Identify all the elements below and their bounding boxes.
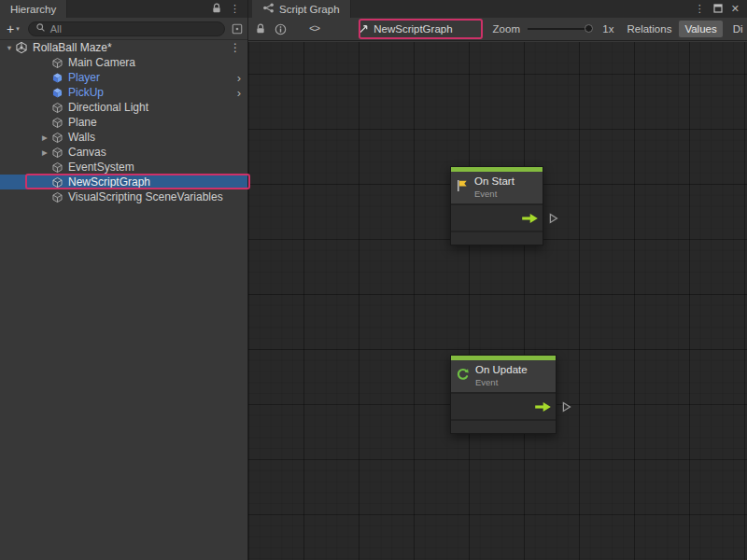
prefab-open-chevron-icon[interactable]: › (237, 71, 247, 85)
hierarchy-item-canvas[interactable]: ▶ Canvas (0, 145, 247, 160)
tab-script-graph-label: Script Graph (279, 4, 340, 15)
hierarchy-item-main-camera[interactable]: Main Camera (0, 55, 247, 70)
kebab-menu-icon[interactable]: ⋮ (695, 4, 705, 14)
cube-icon (50, 101, 63, 114)
unity-scene-icon (15, 41, 28, 54)
expand-arrow-icon[interactable]: ▶ (39, 133, 50, 142)
info-icon[interactable] (275, 23, 287, 35)
hierarchy-item-newscriptgraph[interactable]: NewScriptGraph (0, 175, 247, 189)
cube-icon (50, 56, 63, 69)
node-title: On Update (475, 364, 528, 377)
node-header[interactable]: On Update Event (451, 360, 556, 392)
node-flow-row (451, 205, 543, 231)
hierarchy-item-visualscripting-scenevariables[interactable]: VisualScripting SceneVariables (0, 189, 247, 204)
cube-icon (50, 131, 63, 144)
zoom-label: Zoom (493, 23, 520, 35)
hierarchy-tabstrip: Hierarchy ⋮ (0, 0, 247, 18)
graph-window-icons: ⋮ ✕ (695, 0, 747, 18)
zoom-slider[interactable] (528, 28, 591, 30)
hierarchy-tab-icons: ⋮ (212, 0, 247, 18)
node-subtitle: Event (475, 377, 528, 387)
graph-canvas[interactable]: On Start Event (248, 42, 747, 560)
add-object-button[interactable]: + ▾ (5, 21, 21, 36)
kebab-menu-icon[interactable]: ⋮ (230, 4, 240, 14)
cube-icon (50, 175, 63, 189)
lock-icon[interactable] (212, 3, 221, 16)
scene-kebab-icon[interactable]: ⋮ (230, 41, 247, 54)
unity-editor-window: Hierarchy ⋮ + ▾ All (0, 0, 747, 560)
tab-hierarchy[interactable]: Hierarchy (0, 0, 67, 18)
hierarchy-item-plane[interactable]: Plane (0, 115, 247, 130)
node-on-start[interactable]: On Start Event (450, 166, 543, 245)
update-loop-icon (456, 368, 470, 385)
prefab-open-chevron-icon[interactable]: › (237, 86, 247, 100)
close-icon[interactable]: ✕ (731, 4, 740, 14)
hierarchy-item-eventsystem[interactable]: EventSystem (0, 160, 247, 175)
flow-arrow-icon (521, 213, 539, 224)
graph-tabstrip: Script Graph ⋮ ✕ (248, 0, 747, 18)
node-subtitle: Event (474, 189, 514, 199)
flow-arrow-icon (534, 401, 552, 413)
maximize-icon[interactable] (713, 4, 723, 15)
hierarchy-tree: ▼ RollaBall Maze* ⋮ Main Camera P (0, 40, 247, 204)
script-graph-panel: Script Graph ⋮ ✕ <> NewScr (247, 0, 747, 560)
output-port-icon[interactable] (562, 401, 571, 413)
lock-icon[interactable] (256, 23, 265, 35)
search-icon (35, 22, 46, 35)
script-graph-asset-icon (359, 23, 369, 35)
node-flow-row (451, 394, 556, 419)
cube-icon (50, 116, 63, 129)
hierarchy-panel: Hierarchy ⋮ + ▾ All (0, 0, 247, 560)
hierarchy-item-pickup[interactable]: PickUp › (0, 85, 247, 100)
hierarchy-item-directional-light[interactable]: Directional Light (0, 100, 247, 115)
zoom-slider-handle[interactable] (585, 24, 593, 33)
collapse-open-icon[interactable]: ▼ (4, 44, 15, 52)
prefab-cube-icon (50, 71, 63, 84)
hierarchy-toolbar: + ▾ All (0, 18, 247, 40)
node-header[interactable]: On Start Event (451, 172, 543, 203)
cube-icon (50, 146, 63, 159)
search-filter-value: All (50, 23, 62, 35)
zoom-value: 1x (602, 23, 613, 35)
caret-down-icon: ▾ (16, 25, 20, 33)
graph-tab-icon (262, 3, 275, 15)
dim-toggle-button[interactable]: Di (727, 21, 747, 37)
code-icon[interactable]: <> (309, 23, 319, 35)
graph-toolbar: <> NewScriptGraph Zoom 1x Relations Valu… (248, 18, 747, 41)
hierarchy-scene-row[interactable]: ▼ RollaBall Maze* ⋮ (0, 40, 247, 55)
flag-icon (456, 179, 469, 195)
output-port-icon[interactable] (549, 213, 558, 224)
graph-name-breadcrumb[interactable]: NewScriptGraph (359, 23, 452, 35)
expand-arrow-icon[interactable]: ▶ (39, 148, 50, 157)
values-toggle-button[interactable]: Values (679, 21, 722, 37)
graph-name-label: NewScriptGraph (374, 23, 452, 35)
scene-picker-icon[interactable] (232, 23, 243, 35)
node-on-update[interactable]: On Update Event (450, 355, 557, 434)
prefab-cube-icon (50, 86, 63, 99)
cube-icon (50, 190, 63, 203)
tab-hierarchy-label: Hierarchy (10, 4, 56, 15)
plus-icon: + (7, 21, 14, 36)
node-title: On Start (474, 175, 514, 189)
hierarchy-item-player[interactable]: Player › (0, 70, 247, 85)
tab-script-graph[interactable]: Script Graph (252, 0, 351, 18)
relations-toggle-button[interactable]: Relations (621, 21, 677, 37)
hierarchy-item-walls[interactable]: ▶ Walls (0, 130, 247, 145)
cube-icon (50, 161, 63, 174)
hierarchy-search-input[interactable]: All (28, 21, 225, 36)
scene-name: RollaBall Maze* (33, 41, 112, 54)
